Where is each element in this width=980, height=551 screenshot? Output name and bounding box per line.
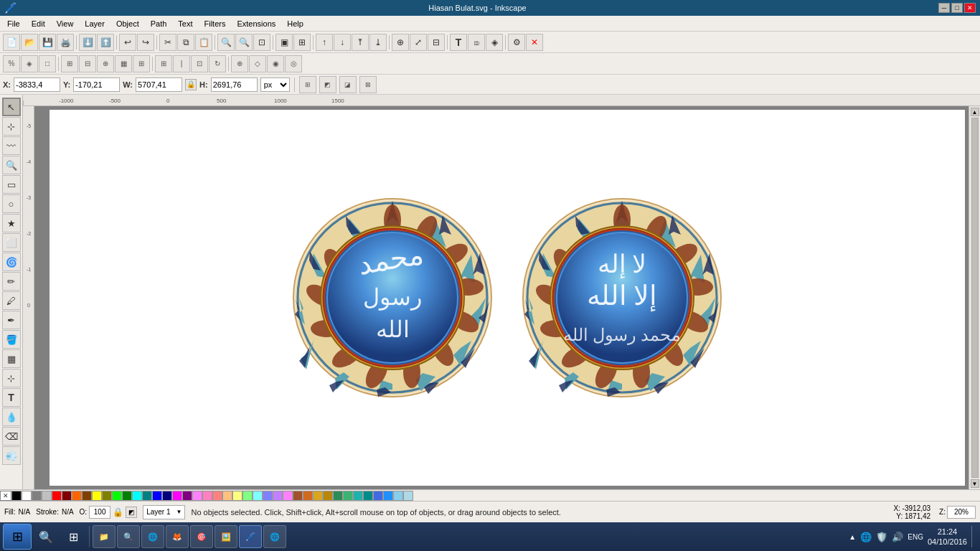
palette-color[interactable] <box>132 491 142 501</box>
show-desktop-button[interactable] <box>971 526 974 547</box>
scroll-down-button[interactable]: ▼ <box>971 479 979 488</box>
palette-color[interactable] <box>353 491 363 501</box>
palette-color[interactable] <box>313 491 323 501</box>
antivirus-icon[interactable]: 🛡️ <box>876 532 887 542</box>
palette-color[interactable] <box>242 491 253 501</box>
language-indicator[interactable]: ENG <box>908 533 923 541</box>
window-controls[interactable]: ─ □ ✕ <box>938 3 976 13</box>
search-button[interactable]: 🔍 <box>33 524 59 550</box>
taskbar-chrome[interactable]: 🌐 <box>141 525 164 548</box>
mask-button[interactable]: ◩ <box>126 507 137 518</box>
snap-to-selection[interactable]: ⊠ <box>359 76 377 93</box>
palette-color[interactable] <box>11 491 22 501</box>
tweak-tool[interactable]: 〰 <box>2 136 21 155</box>
palette-color[interactable] <box>202 491 212 501</box>
snap-smooth[interactable]: ◉ <box>267 55 284 72</box>
undo-button[interactable]: ↩ <box>119 34 136 51</box>
palette-color[interactable] <box>343 491 353 501</box>
palette-color[interactable] <box>92 491 102 501</box>
show-hidden-icons[interactable]: ▲ <box>849 533 856 541</box>
preferences-button[interactable]: ⚙ <box>508 34 525 51</box>
node-button[interactable]: ⊕ <box>392 34 409 51</box>
bucket-tool[interactable]: 🪣 <box>2 330 21 349</box>
text-tool-left[interactable]: T <box>2 388 21 407</box>
taskbar-search[interactable]: 🔍 <box>117 525 140 548</box>
palette-color[interactable] <box>42 491 52 501</box>
palette-color[interactable] <box>403 491 413 501</box>
menu-item-edit[interactable]: Edit <box>26 18 51 29</box>
select-tool[interactable]: ↖ <box>2 98 21 116</box>
pencil-tool[interactable]: ✏ <box>2 272 21 291</box>
menu-item-layer[interactable]: Layer <box>79 18 110 29</box>
snap-to-intersections[interactable]: ⊕ <box>97 55 114 72</box>
snap-to-drawing[interactable]: ◪ <box>339 76 357 93</box>
palette-color[interactable] <box>182 491 192 501</box>
snap-to-bbox[interactable]: ▦ <box>115 55 132 72</box>
scroll-up-button[interactable]: ▲ <box>971 108 979 116</box>
minimize-button[interactable]: ─ <box>938 3 950 13</box>
palette-color[interactable] <box>162 491 172 501</box>
maximize-button[interactable]: □ <box>951 3 963 13</box>
new-button[interactable]: 📄 <box>3 34 20 51</box>
unit-select[interactable]: pxmmcmin <box>260 77 290 92</box>
palette-color[interactable] <box>303 491 313 501</box>
palette-color[interactable] <box>373 491 383 501</box>
snap-to-grid[interactable]: ⊞ <box>155 55 172 72</box>
palette-color[interactable] <box>253 491 263 501</box>
lock-aspect-button[interactable]: 🔒 <box>185 79 197 90</box>
palette-color[interactable] <box>393 491 403 501</box>
taskbar-app2[interactable]: 🖼️ <box>215 525 237 548</box>
snap-to-edges[interactable]: ⊞ <box>133 55 150 72</box>
group-button[interactable]: ▣ <box>275 34 293 51</box>
palette-color[interactable] <box>232 491 242 501</box>
palette-color[interactable] <box>32 491 42 501</box>
open-button[interactable]: 📂 <box>21 34 38 51</box>
palette-color[interactable] <box>222 491 232 501</box>
3d-box-tool[interactable]: ⬜ <box>2 233 21 252</box>
raise-button[interactable]: ↑ <box>316 34 333 51</box>
lower-bottom-button[interactable]: ⤓ <box>369 34 387 51</box>
lock-master-button[interactable]: 🔒 <box>113 507 123 517</box>
fill-stroke[interactable]: ◈ <box>486 34 503 51</box>
menu-item-text[interactable]: Text <box>172 18 198 29</box>
transform-origin[interactable]: ⊞ <box>299 76 316 93</box>
node-tool[interactable]: ⊹ <box>2 117 21 136</box>
palette-color[interactable] <box>192 491 202 501</box>
snap-rotation[interactable]: ↻ <box>209 55 226 72</box>
palette-color[interactable] <box>52 491 62 501</box>
paste-button[interactable]: 📋 <box>195 34 212 51</box>
snap-endpoints[interactable]: ◎ <box>285 55 302 72</box>
palette-color[interactable] <box>212 491 222 501</box>
zoom-input[interactable] <box>947 506 976 519</box>
menu-item-filters[interactable]: Filters <box>199 18 232 29</box>
copy-button[interactable]: ⧉ <box>177 34 194 51</box>
close-document-button[interactable]: ✕ <box>526 34 543 51</box>
snap-to-page[interactable]: ◩ <box>319 76 336 93</box>
snap-bbox[interactable]: □ <box>39 55 56 72</box>
palette-color[interactable] <box>172 491 182 501</box>
no-color-button[interactable]: ✕ <box>0 491 11 501</box>
palette-color[interactable] <box>363 491 373 501</box>
palette-color[interactable] <box>263 491 273 501</box>
palette-color[interactable] <box>333 491 343 501</box>
palette-color[interactable] <box>273 491 283 501</box>
dropper-tool[interactable]: 💧 <box>2 408 21 426</box>
taskbar-firefox[interactable]: 🦊 <box>166 525 189 548</box>
redo-button[interactable]: ↪ <box>137 34 154 51</box>
rect-tool[interactable]: ▭ <box>2 175 21 194</box>
snap-nodes[interactable]: ◈ <box>21 55 38 72</box>
snap-midpoint[interactable]: ⊕ <box>231 55 248 72</box>
zoom-in-button[interactable]: 🔍 <box>217 34 235 51</box>
circle-tool[interactable]: ○ <box>2 194 21 213</box>
eraser-tool[interactable]: ⌫ <box>2 427 21 446</box>
w-input[interactable] <box>136 77 182 92</box>
zoom-fit-button[interactable]: ⊡ <box>253 34 270 51</box>
palette-color[interactable] <box>102 491 112 501</box>
export-button[interactable]: ⬆️ <box>97 34 114 51</box>
import-button[interactable]: ⬇️ <box>79 34 96 51</box>
transform-button[interactable]: ⤢ <box>410 34 427 51</box>
right-scrollbar[interactable]: ▲ ▼ <box>969 106 980 489</box>
star-tool[interactable]: ★ <box>2 214 21 232</box>
layer-dropdown[interactable]: Layer 1 ▼ <box>143 505 185 519</box>
xml-editor[interactable]: ⎄ <box>468 34 485 51</box>
